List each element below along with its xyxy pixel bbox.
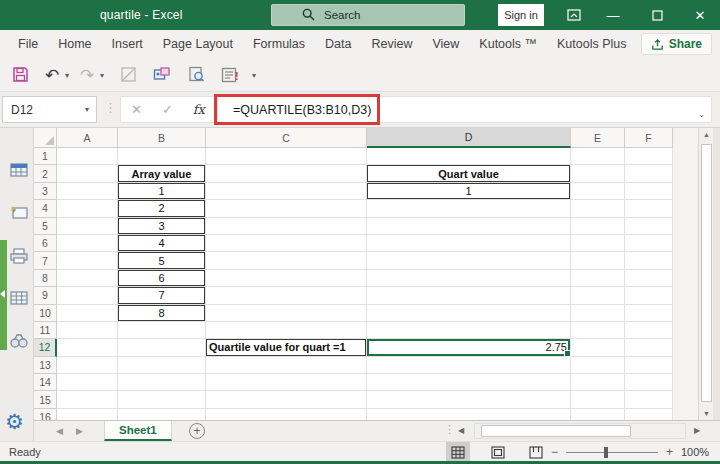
row-header-1[interactable]: 1 <box>34 148 57 165</box>
cell-D6[interactable] <box>367 235 571 252</box>
cell-C11[interactable] <box>206 322 367 339</box>
cell-E12[interactable] <box>571 339 625 356</box>
cell-F11[interactable] <box>625 322 673 339</box>
cell-C12[interactable]: Quartile value for quart =1 <box>206 339 367 356</box>
new-sheet-button[interactable]: + <box>189 423 205 439</box>
ribbon-display-options-button[interactable] <box>557 0 591 30</box>
cell-A3[interactable] <box>57 183 118 200</box>
cell-D3[interactable]: 1 <box>367 183 571 200</box>
cell-C10[interactable] <box>206 305 367 322</box>
cell-C16[interactable] <box>206 409 367 420</box>
picture-swap-button[interactable] <box>150 62 174 88</box>
cell-B1[interactable] <box>118 148 206 165</box>
cell-C15[interactable] <box>206 391 367 408</box>
row-header-5[interactable]: 5 <box>34 218 57 235</box>
cell-D5[interactable] <box>367 218 571 235</box>
cell-E9[interactable] <box>571 287 625 304</box>
cell-D12[interactable]: 2.75 <box>367 339 571 356</box>
cell-E3[interactable] <box>571 183 625 200</box>
cancel-icon[interactable]: ✕ <box>131 102 142 117</box>
cell-C2[interactable] <box>206 165 367 182</box>
tab-formulas[interactable]: Formulas <box>243 30 315 58</box>
formula-bar-splitter[interactable]: ⋮ <box>104 100 117 115</box>
insert-function-icon[interactable]: fx <box>193 102 205 117</box>
cell-B4[interactable]: 2 <box>118 200 206 217</box>
cell-A1[interactable] <box>57 148 118 165</box>
cell-B8[interactable]: 6 <box>118 270 206 287</box>
cell-B10[interactable]: 8 <box>118 305 206 322</box>
cell-E10[interactable] <box>571 305 625 322</box>
cell-E14[interactable] <box>571 374 625 391</box>
draw-borders-button[interactable] <box>116 62 140 88</box>
cell-D13[interactable] <box>367 357 571 374</box>
zoom-slider-thumb[interactable] <box>604 447 608 458</box>
vertical-scroll-thumb[interactable] <box>701 144 712 402</box>
cell-B14[interactable] <box>118 374 206 391</box>
row-header-14[interactable]: 14 <box>34 374 57 391</box>
cell-B12[interactable] <box>118 339 206 356</box>
cell-F13[interactable] <box>625 357 673 374</box>
cell-F8[interactable] <box>625 270 673 287</box>
cell-A14[interactable] <box>57 374 118 391</box>
enter-icon[interactable]: ✓ <box>162 102 173 117</box>
column-header-C[interactable]: C <box>206 128 367 148</box>
tab-splitter[interactable]: ⋮ <box>444 423 455 436</box>
cell-A13[interactable] <box>57 357 118 374</box>
cell-E8[interactable] <box>571 270 625 287</box>
cell-A2[interactable] <box>57 165 118 182</box>
cell-D2[interactable]: Quart value <box>367 165 571 182</box>
cell-A11[interactable] <box>57 322 118 339</box>
cell-A16[interactable] <box>57 409 118 420</box>
cell-D7[interactable] <box>367 252 571 269</box>
cell-F2[interactable] <box>625 165 673 182</box>
cell-D11[interactable] <box>367 322 571 339</box>
select-all-corner[interactable] <box>34 128 57 148</box>
cell-B2[interactable]: Array value <box>118 165 206 182</box>
tab-view[interactable]: View <box>422 30 469 58</box>
cell-F7[interactable] <box>625 252 673 269</box>
tab-home[interactable]: Home <box>48 30 101 58</box>
cell-C6[interactable] <box>206 235 367 252</box>
tab-insert[interactable]: Insert <box>102 30 153 58</box>
save-button[interactable] <box>8 62 32 88</box>
cell-D16[interactable] <box>367 409 571 420</box>
cell-B3[interactable]: 1 <box>118 183 206 200</box>
cell-E6[interactable] <box>571 235 625 252</box>
zoom-out-button[interactable]: − <box>551 445 558 459</box>
row-header-11[interactable]: 11 <box>34 322 57 339</box>
cell-F10[interactable] <box>625 305 673 322</box>
minimize-button[interactable]: — <box>596 0 630 30</box>
cell-B9[interactable]: 7 <box>118 287 206 304</box>
cell-E4[interactable] <box>571 200 625 217</box>
cell-B15[interactable] <box>118 391 206 408</box>
cell-B16[interactable] <box>118 409 206 420</box>
sheet-scroll-right-icon[interactable]: ▶ <box>76 426 83 436</box>
cell-F3[interactable] <box>625 183 673 200</box>
cell-A8[interactable] <box>57 270 118 287</box>
row-header-9[interactable]: 9 <box>34 287 57 304</box>
cell-C3[interactable] <box>206 183 367 200</box>
cell-F4[interactable] <box>625 200 673 217</box>
cell-E5[interactable] <box>571 218 625 235</box>
row-header-16[interactable]: 16 <box>34 409 57 420</box>
customize-qat-chevron[interactable]: ▾ <box>252 71 256 80</box>
tab-kutools[interactable]: Kutools ™ <box>469 30 547 58</box>
cell-E11[interactable] <box>571 322 625 339</box>
row-header-10[interactable]: 10 <box>34 305 57 322</box>
row-header-6[interactable]: 6 <box>34 235 57 252</box>
kutools-pane-toggle[interactable] <box>0 240 7 350</box>
column-header-B[interactable]: B <box>118 128 206 148</box>
row-header-13[interactable]: 13 <box>34 357 57 374</box>
cell-F12[interactable] <box>625 339 673 356</box>
cell-C4[interactable] <box>206 200 367 217</box>
cell-F1[interactable] <box>625 148 673 165</box>
cell-E1[interactable] <box>571 148 625 165</box>
cell-F15[interactable] <box>625 391 673 408</box>
cell-A15[interactable] <box>57 391 118 408</box>
expand-formula-bar-chevron[interactable]: ⌄ <box>698 110 705 119</box>
row-header-8[interactable]: 8 <box>34 270 57 287</box>
cell-A12[interactable] <box>57 339 118 356</box>
column-header-D[interactable]: D <box>367 128 571 148</box>
print-preview-button[interactable] <box>184 62 208 88</box>
spelling-button[interactable]: ! <box>218 62 242 88</box>
